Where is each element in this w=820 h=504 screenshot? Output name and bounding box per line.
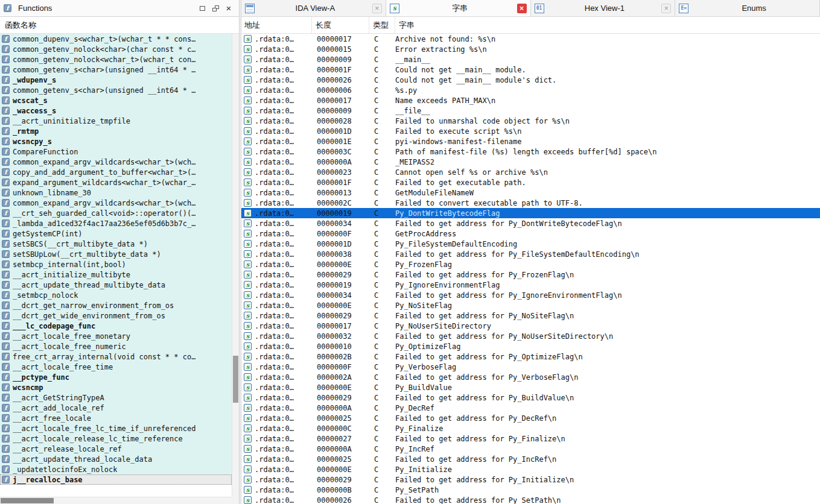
string-row[interactable]: s.rdata:0…00000025CFailed to get address… [241,454,820,464]
column-header-length[interactable]: 长度 [312,17,369,33]
function-row[interactable]: f__acrt_locale_free_time [0,362,232,372]
function-row[interactable]: fsetmbcp_internal(int,bool) [0,259,232,269]
function-row[interactable]: f__acrt_locale_free_numeric [0,341,232,351]
function-row[interactable]: fgetSystemCP(int) [0,228,232,239]
string-row[interactable]: s.rdata:0…0000000FCGetProcAddress [241,228,820,239]
function-row[interactable]: fCompareFunction [0,146,232,157]
function-row[interactable]: f_updatetlocinfoEx_nolock [0,464,232,474]
string-row[interactable]: s.rdata:0…0000000ECPy_NoSiteFlag [241,300,820,310]
string-row[interactable]: s.rdata:0…00000029CFailed to get address… [241,269,820,280]
function-row[interactable]: f_setmbcp_nolock [0,290,232,300]
function-row[interactable]: fcommon_expand_argv_wildcards<wchar_t>(w… [0,157,232,167]
function-row[interactable]: fcommon_getenv_nolock<wchar_t>(wchar_t c… [0,54,232,65]
close-tab-icon[interactable]: × [517,4,527,13]
function-row[interactable]: fcopy_and_add_argument_to_buffer<wchar_t… [0,167,232,177]
function-row[interactable]: f__acrt_locale_release_lc_time_reference [0,433,232,444]
function-row[interactable]: fcommon_getenv_s<char>(unsigned __int64 … [0,65,232,75]
function-row[interactable]: f__dcrt_get_narrow_environment_from_os [0,300,232,310]
string-row[interactable]: s.rdata:0…00000013CGetModuleFileNameW [241,187,820,198]
string-row[interactable]: s.rdata:0…00000006C%s.py [241,85,820,95]
function-row[interactable]: fwcsncpy_s [0,136,232,146]
string-row[interactable]: s.rdata:0…0000001FCFailed to get executa… [241,177,820,187]
column-header-type[interactable]: 类型 [369,17,395,33]
string-row[interactable]: s.rdata:0…0000000BCPy_SetPath [241,485,820,495]
string-row[interactable]: s.rdata:0…00000028CFailed to unmarshal c… [241,116,820,126]
string-row[interactable]: s.rdata:0…00000029CFailed to get address… [241,474,820,485]
function-row[interactable]: fexpand_argument_wildcards<wchar_t>(wcha… [0,177,232,187]
vertical-scrollbar-thumb[interactable] [233,356,238,403]
string-row[interactable]: s.rdata:0…00000026CFailed to get address… [241,495,820,504]
functions-titlebar[interactable]: f Functions × [0,0,239,17]
string-row[interactable]: s.rdata:0…0000001DCFailed to execute scr… [241,126,820,136]
string-row[interactable]: s.rdata:0…0000001FCCould not get __main_… [241,65,820,75]
functions-column-header[interactable]: 函数名称 [0,17,239,34]
string-row[interactable]: s.rdata:0…00000029CFailed to get address… [241,392,820,403]
string-row[interactable]: s.rdata:0…00000034CFailed to get address… [241,218,820,228]
functions-horizontal-scrollbar[interactable] [0,497,232,504]
function-row[interactable]: f__crt_seh_guarded_call<void>::operator(… [0,208,232,218]
function-row[interactable]: f__acrt_initialize_multibyte [0,269,232,280]
string-row[interactable]: s.rdata:0…0000000ACPy_IncRef [241,444,820,454]
function-row[interactable]: f__acrt_uninitialize_tmpfile [0,116,232,126]
function-row[interactable]: f_lambda_ad1ced32f4ac17aa236e5ef05d6b3b7… [0,218,232,228]
function-row[interactable]: f__acrt_GetStringTypeA [0,392,232,403]
string-row[interactable]: s.rdata:0…00000017CArchive not found: %s… [241,34,820,44]
function-row[interactable]: f__acrt_update_thread_multibyte_data [0,280,232,290]
maximize-icon[interactable] [195,2,209,14]
function-row[interactable]: f__acrt_locale_free_monetary [0,331,232,341]
string-row[interactable]: s.rdata:0…0000000FCPy_VerboseFlag [241,362,820,372]
column-header-string[interactable]: 字串 [395,17,820,33]
string-row[interactable]: s.rdata:0…00000017CName exceeds PATH_MAX… [241,95,820,106]
function-row[interactable]: fwcsncmp [0,382,232,392]
string-row[interactable]: s.rdata:0…00000025CFailed to get address… [241,413,820,423]
string-row[interactable]: s.rdata:0…00000019CPy_DontWriteBytecodeF… [241,208,820,218]
restore-icon[interactable] [209,2,222,14]
string-row[interactable]: s.rdata:0…0000002CCFailed to convert exe… [241,198,820,208]
function-row[interactable]: fj__recalloc_base [0,474,232,485]
function-row[interactable]: f_wdupenv_s [0,75,232,85]
function-row[interactable]: f__dcrt_get_wide_environment_from_os [0,310,232,321]
string-row[interactable]: s.rdata:0…00000027CFailed to get address… [241,433,820,444]
tab-hex-view-1[interactable]: 01 Hex View-1 × [531,0,676,16]
string-row[interactable]: s.rdata:0…0000000ACPy_DecRef [241,403,820,413]
string-row[interactable]: s.rdata:0…00000010CPy_OptimizeFlag [241,341,820,351]
function-row[interactable]: f__acrt_release_locale_ref [0,444,232,454]
string-row[interactable]: s.rdata:0…0000002BCFailed to get address… [241,351,820,362]
function-row[interactable]: fsetSBCS(__crt_multibyte_data *) [0,239,232,249]
string-row[interactable]: s.rdata:0…00000026CCould not get __main_… [241,75,820,85]
function-row[interactable]: f__acrt_locale_free_lc_time_if_unreferen… [0,423,232,433]
function-row[interactable]: fcommon_expand_argv_wildcards<wchar_t>(w… [0,198,232,208]
functions-vertical-scrollbar[interactable] [232,34,239,497]
function-row[interactable]: fcommon_dupenv_s<wchar_t>(wchar_t * * co… [0,34,232,44]
string-row[interactable]: s.rdata:0…00000009C__main__ [241,54,820,65]
string-row[interactable]: s.rdata:0…0000001DCPy_FileSystemDefaultE… [241,239,820,249]
string-row[interactable]: s.rdata:0…0000002ACFailed to get address… [241,372,820,382]
string-row[interactable]: s.rdata:0…0000001ECpyi-windows-manifest-… [241,136,820,146]
function-row[interactable]: f_waccess_s [0,106,232,116]
string-row[interactable]: s.rdata:0…00000017CPy_NoUserSiteDirector… [241,321,820,331]
string-row[interactable]: s.rdata:0…00000009C__file__ [241,106,820,116]
string-row[interactable]: s.rdata:0…0000000ECPy_Initialize [241,464,820,474]
string-row[interactable]: s.rdata:0…00000032CFailed to get address… [241,331,820,341]
tab-strings[interactable]: s 字串 × [386,0,531,16]
function-row[interactable]: f_rmtmp [0,126,232,136]
function-row[interactable]: f__pctype_func [0,372,232,382]
close-tab-icon[interactable]: × [372,4,382,13]
function-row[interactable]: fwcscat_s [0,95,232,106]
string-row[interactable]: s.rdata:0…0000003CCPath of manifest-file… [241,146,820,157]
horizontal-scrollbar-thumb[interactable] [1,498,54,503]
close-icon[interactable]: × [222,2,235,14]
string-row[interactable]: s.rdata:0…0000000ECPy_FrozenFlag [241,259,820,269]
function-row[interactable]: fsetSBUpLow(__crt_multibyte_data *) [0,249,232,259]
string-row[interactable]: s.rdata:0…0000000CCPy_Finalize [241,423,820,433]
function-row[interactable]: funknown_libname_30 [0,187,232,198]
close-tab-icon[interactable]: × [661,4,671,13]
string-row[interactable]: s.rdata:0…0000000ECPy_BuildValue [241,382,820,392]
function-row[interactable]: ffree_crt_array_internal(void const * * … [0,351,232,362]
string-row[interactable]: s.rdata:0…0000000AC_MEIPASS2 [241,157,820,167]
string-row[interactable]: s.rdata:0…00000029CFailed to get address… [241,310,820,321]
tab-enums[interactable]: E= Enums [675,0,820,16]
string-row[interactable]: s.rdata:0…00000038CFailed to get address… [241,249,820,259]
function-row[interactable]: f__acrt_free_locale [0,413,232,423]
function-row[interactable]: fcommon_getenv_nolock<char>(char const *… [0,44,232,54]
